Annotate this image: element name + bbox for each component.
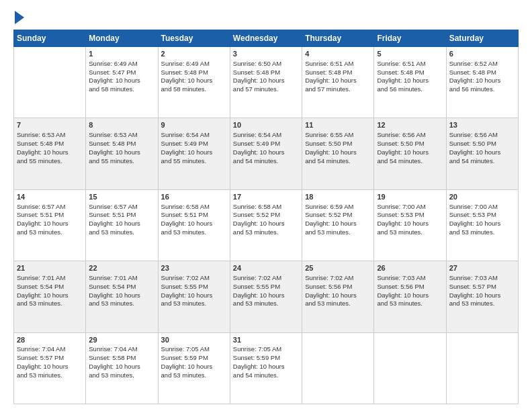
day-number: 9: [161, 120, 227, 130]
day-number: 1: [89, 49, 154, 59]
weekday-header-friday: Friday: [374, 30, 446, 47]
calendar-cell: [14, 47, 86, 118]
weekday-header-thursday: Thursday: [302, 30, 374, 47]
calendar-cell: 18Sunrise: 6:59 AMSunset: 5:52 PMDayligh…: [302, 189, 374, 261]
day-number: 11: [305, 120, 371, 130]
logo-arrow-icon: [15, 11, 24, 24]
day-number: 25: [305, 263, 371, 273]
week-row-1: 1Sunrise: 6:49 AMSunset: 5:47 PMDaylight…: [14, 47, 519, 118]
weekday-header-tuesday: Tuesday: [158, 30, 230, 47]
calendar-cell: 2Sunrise: 6:49 AMSunset: 5:48 PMDaylight…: [158, 47, 230, 118]
calendar-cell: [446, 332, 518, 404]
calendar-cell: 12Sunrise: 6:56 AMSunset: 5:50 PMDayligh…: [374, 118, 446, 189]
calendar-cell: 15Sunrise: 6:57 AMSunset: 5:51 PMDayligh…: [86, 189, 158, 261]
week-row-5: 28Sunrise: 7:04 AMSunset: 5:57 PMDayligh…: [14, 332, 519, 404]
day-number: 10: [233, 120, 299, 130]
calendar-cell: 8Sunrise: 6:53 AMSunset: 5:48 PMDaylight…: [86, 118, 158, 189]
calendar-cell: 27Sunrise: 7:03 AMSunset: 5:57 PMDayligh…: [446, 261, 518, 332]
day-number: 3: [233, 49, 299, 59]
calendar-table: SundayMondayTuesdayWednesdayThursdayFrid…: [13, 30, 519, 404]
day-number: 8: [89, 120, 154, 130]
day-number: 29: [89, 335, 154, 345]
calendar-cell: 17Sunrise: 6:58 AMSunset: 5:52 PMDayligh…: [230, 189, 302, 261]
calendar-cell: 26Sunrise: 7:03 AMSunset: 5:56 PMDayligh…: [374, 261, 446, 332]
header: [13, 12, 519, 24]
day-number: 6: [449, 49, 515, 59]
day-number: 14: [17, 192, 83, 202]
day-number: 4: [305, 49, 371, 59]
calendar-cell: 1Sunrise: 6:49 AMSunset: 5:47 PMDaylight…: [86, 47, 158, 118]
calendar-cell: 22Sunrise: 7:01 AMSunset: 5:54 PMDayligh…: [86, 261, 158, 332]
calendar-cell: 25Sunrise: 7:02 AMSunset: 5:56 PMDayligh…: [302, 261, 374, 332]
day-number: 21: [17, 263, 83, 273]
day-number: 7: [17, 120, 83, 130]
calendar-cell: 28Sunrise: 7:04 AMSunset: 5:57 PMDayligh…: [14, 332, 86, 404]
week-row-2: 7Sunrise: 6:53 AMSunset: 5:48 PMDaylight…: [14, 118, 519, 189]
calendar-cell: 11Sunrise: 6:55 AMSunset: 5:50 PMDayligh…: [302, 118, 374, 189]
day-number: 16: [161, 192, 227, 202]
calendar-cell: 23Sunrise: 7:02 AMSunset: 5:55 PMDayligh…: [158, 261, 230, 332]
calendar-cell: 10Sunrise: 6:54 AMSunset: 5:49 PMDayligh…: [230, 118, 302, 189]
day-number: 26: [377, 263, 443, 273]
calendar-cell: 7Sunrise: 6:53 AMSunset: 5:48 PMDaylight…: [14, 118, 86, 189]
day-number: 28: [17, 335, 83, 345]
day-number: 30: [161, 335, 227, 345]
day-number: 19: [377, 192, 443, 202]
calendar-cell: 13Sunrise: 6:56 AMSunset: 5:50 PMDayligh…: [446, 118, 518, 189]
day-number: 2: [161, 49, 227, 59]
calendar-cell: 4Sunrise: 6:51 AMSunset: 5:48 PMDaylight…: [302, 47, 374, 118]
day-number: 15: [89, 192, 154, 202]
day-number: 23: [161, 263, 227, 273]
day-number: 22: [89, 263, 154, 273]
calendar-cell: 29Sunrise: 7:04 AMSunset: 5:58 PMDayligh…: [86, 332, 158, 404]
weekday-header-saturday: Saturday: [446, 30, 518, 47]
day-number: 20: [449, 192, 515, 202]
week-row-4: 21Sunrise: 7:01 AMSunset: 5:54 PMDayligh…: [14, 261, 519, 332]
weekday-header-sunday: Sunday: [14, 30, 86, 47]
calendar-cell: 5Sunrise: 6:51 AMSunset: 5:48 PMDaylight…: [374, 47, 446, 118]
calendar-cell: 21Sunrise: 7:01 AMSunset: 5:54 PMDayligh…: [14, 261, 86, 332]
page: SundayMondayTuesdayWednesdayThursdayFrid…: [0, 0, 532, 411]
calendar-cell: 16Sunrise: 6:58 AMSunset: 5:51 PMDayligh…: [158, 189, 230, 261]
day-number: 24: [233, 263, 299, 273]
calendar-cell: [374, 332, 446, 404]
calendar-cell: 19Sunrise: 7:00 AMSunset: 5:53 PMDayligh…: [374, 189, 446, 261]
calendar-cell: 30Sunrise: 7:05 AMSunset: 5:59 PMDayligh…: [158, 332, 230, 404]
calendar-cell: [302, 332, 374, 404]
week-row-3: 14Sunrise: 6:57 AMSunset: 5:51 PMDayligh…: [14, 189, 519, 261]
day-number: 17: [233, 192, 299, 202]
day-number: 18: [305, 192, 371, 202]
calendar-cell: 9Sunrise: 6:54 AMSunset: 5:49 PMDaylight…: [158, 118, 230, 189]
calendar-cell: 24Sunrise: 7:02 AMSunset: 5:55 PMDayligh…: [230, 261, 302, 332]
calendar-cell: 3Sunrise: 6:50 AMSunset: 5:48 PMDaylight…: [230, 47, 302, 118]
calendar-cell: 14Sunrise: 6:57 AMSunset: 5:51 PMDayligh…: [14, 189, 86, 261]
weekday-header-row: SundayMondayTuesdayWednesdayThursdayFrid…: [14, 30, 519, 47]
logo: [13, 12, 24, 24]
day-number: 13: [449, 120, 515, 130]
day-number: 27: [449, 263, 515, 273]
day-number: 12: [377, 120, 443, 130]
calendar-cell: 20Sunrise: 7:00 AMSunset: 5:53 PMDayligh…: [446, 189, 518, 261]
calendar-cell: 31Sunrise: 7:05 AMSunset: 5:59 PMDayligh…: [230, 332, 302, 404]
weekday-header-wednesday: Wednesday: [230, 30, 302, 47]
day-number: 31: [233, 335, 299, 345]
day-number: 5: [377, 49, 443, 59]
calendar-cell: 6Sunrise: 6:52 AMSunset: 5:48 PMDaylight…: [446, 47, 518, 118]
weekday-header-monday: Monday: [86, 30, 158, 47]
